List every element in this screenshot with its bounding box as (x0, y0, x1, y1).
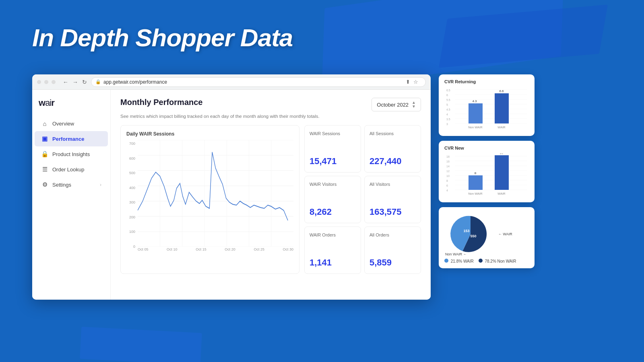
pie-chart-svg: 153 550 (444, 212, 497, 256)
date-selector[interactable]: October 2022 ▲▼ (372, 98, 421, 111)
svg-rect-52 (469, 175, 483, 190)
svg-text:153: 153 (463, 229, 469, 233)
svg-text:3.5: 3.5 (446, 118, 450, 121)
cvr-new-title: CVR New (444, 146, 529, 150)
cvr-returning-chart: 6.5 6 5.5 5 4.5 4 3.5 3 4.3 6.6 Non WA (444, 87, 529, 130)
y-label-700: 700 (126, 142, 135, 146)
y-label-400: 400 (126, 186, 135, 190)
svg-text:5: 5 (446, 103, 448, 106)
stat-card-wair-sessions: WAIR Sessions 15,471 (304, 125, 361, 173)
browser-btn-close (37, 80, 41, 84)
svg-text:8: 8 (475, 171, 477, 175)
sidebar-item-product-insights[interactable]: 🔒 Product Insights (35, 146, 108, 162)
page-title: Monthly Performance (120, 98, 202, 107)
svg-text:6: 6 (446, 184, 448, 187)
svg-text:Non WAIR: Non WAIR (468, 125, 483, 129)
stat-value-all-sessions: 227,440 (369, 156, 416, 167)
svg-rect-32 (495, 93, 509, 123)
svg-text:6: 6 (446, 94, 448, 97)
svg-text:18: 18 (446, 155, 450, 158)
date-selector-value: October 2022 (377, 102, 409, 108)
svg-text:4: 4 (446, 113, 448, 116)
y-label-500: 500 (126, 171, 135, 175)
svg-text:WAIR: WAIR (497, 125, 506, 129)
sidebar-item-overview[interactable]: ⌂ Overview (35, 116, 108, 131)
stat-card-wair-visitors: WAIR Visitors 8,262 (304, 176, 361, 223)
stat-label-wair-orders: WAIR Orders (310, 232, 356, 237)
sidebar-item-order-lookup[interactable]: ☰ Order Lookup (35, 162, 108, 177)
right-panel: CVR Returning 6.5 6 5.5 5 4.5 4 3.5 3 4.… (439, 74, 535, 268)
cvr-new-card: CVR New 18 16 14 12 10 8 6 4 8 19 (439, 141, 535, 202)
svg-text:10: 10 (446, 175, 450, 177)
pie-legend: 21.8% WAIR 78.2% Non WAIR (444, 259, 529, 263)
pie-wair-pct: 21.8% WAIR (451, 259, 474, 263)
svg-text:4.5: 4.5 (446, 108, 450, 111)
svg-text:3: 3 (446, 123, 448, 125)
share-icon[interactable]: ⬆ (406, 79, 410, 85)
stat-label-wair-sessions: WAIR Sessions (310, 131, 356, 136)
legend-dot-wair (444, 259, 448, 263)
refresh-button[interactable]: ↻ (81, 78, 88, 86)
svg-text:16: 16 (446, 160, 450, 163)
x-label-oct10: Oct 10 (167, 247, 178, 251)
stat-label-all-visitors: All Visitors (369, 182, 416, 187)
stat-card-wair-orders: WAIR Orders 1,141 (304, 226, 361, 274)
x-label-oct30: Oct 30 (283, 247, 293, 251)
browser-nav: ← → ↻ (62, 78, 88, 86)
bookmark-icon[interactable]: ☆ (413, 79, 418, 85)
chevron-updown-icon: ▲▼ (412, 101, 416, 109)
svg-text:WAIR: WAIR (497, 192, 506, 195)
settings-icon: ⚙ (41, 181, 48, 188)
x-label-oct20: Oct 20 (225, 247, 235, 251)
y-label-600: 600 (126, 156, 135, 160)
sidebar-label-overview: Overview (52, 121, 74, 127)
x-label-oct15: Oct 15 (196, 247, 206, 251)
pie-non-wair-pct: 78.2% Non WAIR (485, 259, 516, 263)
svg-text:12: 12 (446, 170, 450, 173)
pie-chart-card: 153 550 ← WAIR Non WAIR ← 21.8% WAIR 78.… (439, 207, 535, 268)
svg-text:4.3: 4.3 (472, 99, 477, 103)
sidebar-item-settings[interactable]: ⚙ Settings › (35, 177, 108, 192)
back-button[interactable]: ← (62, 78, 69, 86)
sidebar-item-performance[interactable]: ▣ Performance (35, 131, 108, 146)
svg-text:14: 14 (446, 165, 450, 168)
stats-grid: WAIR Sessions 15,471 All Sessions 227,44… (304, 125, 421, 274)
stat-card-all-orders: All Orders 5,859 (364, 226, 421, 274)
stat-label-all-sessions: All Sessions (369, 131, 416, 136)
svg-text:4: 4 (446, 189, 448, 192)
stat-value-all-visitors: 163,575 (369, 207, 416, 217)
document-icon: ☰ (41, 166, 48, 173)
cvr-new-chart: 18 16 14 12 10 8 6 4 8 19 Non WAIR (444, 154, 529, 196)
svg-text:19: 19 (500, 154, 504, 155)
browser-chrome: ← → ↻ 🔒 app.getwair.com/performance ⬆ ☆ (32, 74, 431, 90)
svg-text:8: 8 (446, 179, 448, 182)
page-header: Monthly Performance October 2022 ▲▼ (120, 98, 421, 111)
cvr-returning-card: CVR Returning 6.5 6 5.5 5 4.5 4 3.5 3 4.… (439, 74, 535, 136)
data-row: Daily WAIR Sessions 700 600 500 400 300 … (120, 125, 421, 274)
stat-card-all-sessions: All Sessions 227,440 (364, 125, 421, 173)
logo: wair (32, 96, 110, 116)
y-label-200: 200 (126, 215, 135, 219)
browser-btn-max (52, 80, 56, 84)
browser-window: ← → ↻ 🔒 app.getwair.com/performance ⬆ ☆ … (32, 74, 431, 300)
chevron-right-icon: › (100, 182, 101, 187)
cvr-returning-title: CVR Returning (444, 79, 529, 84)
url-text: app.getwair.com/performance (103, 79, 167, 85)
home-icon: ⌂ (41, 120, 48, 127)
legend-dot-non-wair (479, 259, 483, 263)
page-subtitle: See metrics which impact billing tracked… (120, 114, 421, 119)
stat-card-all-visitors: All Visitors 163,575 (364, 176, 421, 223)
pie-wair-label: ← WAIR (498, 232, 512, 236)
stat-value-wair-sessions: 15,471 (310, 156, 356, 167)
svg-text:5.5: 5.5 (446, 99, 450, 101)
stat-label-wair-visitors: WAIR Visitors (310, 182, 356, 187)
address-bar[interactable]: 🔒 app.getwair.com/performance ⬆ ☆ (91, 77, 426, 87)
svg-text:6.5: 6.5 (446, 89, 450, 92)
lock-icon: 🔒 (41, 150, 48, 158)
chart-title: Daily WAIR Sessions (126, 131, 293, 137)
x-label-oct25: Oct 25 (254, 247, 264, 251)
stat-value-wair-visitors: 8,262 (310, 207, 356, 217)
forward-button[interactable]: → (72, 78, 79, 86)
stat-value-all-orders: 5,859 (369, 257, 416, 268)
svg-rect-54 (495, 155, 509, 190)
